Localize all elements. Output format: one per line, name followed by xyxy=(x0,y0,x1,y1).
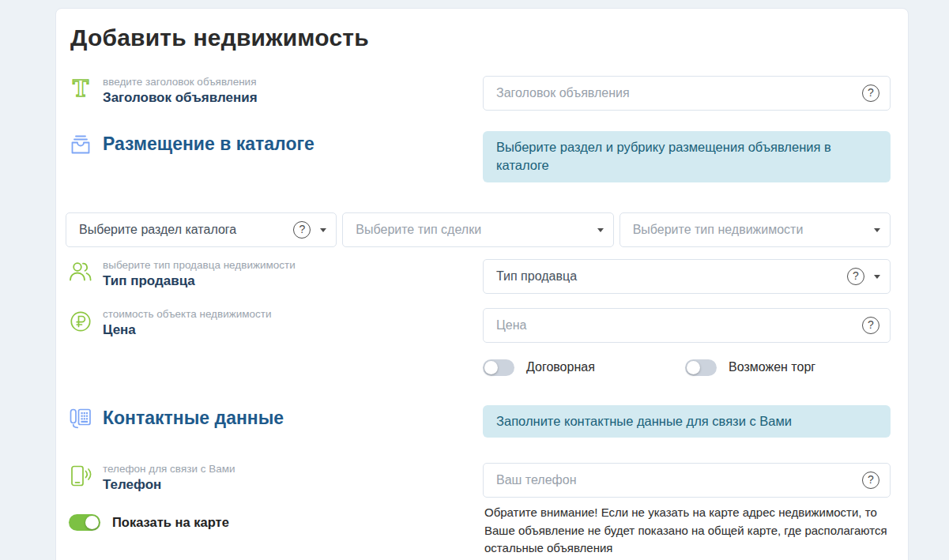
bargain-toggle-label: Возможен торг xyxy=(729,360,815,374)
title-field-labelblock: T введите заголовок объявления Заголовок… xyxy=(66,76,483,106)
deal-type-select[interactable]: Выберите тип сделки xyxy=(342,212,613,247)
catalog-section-row: Размещение в каталоге Выберите раздел и … xyxy=(66,131,891,182)
price-field-hint: стоимость объекта недвижимости xyxy=(103,308,272,320)
help-icon[interactable]: ? xyxy=(293,221,311,239)
help-icon[interactable]: ? xyxy=(862,85,879,102)
toggle-knob xyxy=(484,361,498,374)
toggle-knob xyxy=(687,361,700,374)
page-title: Добавить недвижимость xyxy=(70,24,891,51)
toggle-knob xyxy=(85,516,99,529)
desk-phone-icon xyxy=(67,405,94,431)
map-warning-note: Обратите внимание! Если не указать на ка… xyxy=(483,504,891,558)
chevron-down-icon xyxy=(874,275,880,279)
seller-type-select[interactable]: Тип продавца xyxy=(483,259,891,294)
price-field-label: Цена xyxy=(103,322,272,338)
phone-field-row: телефон для связи с Вами Телефон Показат… xyxy=(66,463,891,558)
help-icon[interactable]: ? xyxy=(847,268,864,285)
negotiable-toggle-label: Договорная xyxy=(526,360,595,374)
add-property-form: Добавить недвижимость T введите заголово… xyxy=(55,8,909,560)
seller-people-icon xyxy=(67,259,94,289)
smartphone-icon xyxy=(67,463,94,493)
title-field-hint: введите заголовок объявления xyxy=(103,76,258,88)
contacts-section-row: Контактные данные Заполните контактные д… xyxy=(66,405,891,438)
chevron-down-icon xyxy=(320,228,326,232)
phone-input[interactable] xyxy=(483,463,891,498)
title-field-row: T введите заголовок объявления Заголовок… xyxy=(66,76,891,111)
title-field-label: Заголовок объявления xyxy=(103,90,258,106)
show-on-map-label: Показать на карте xyxy=(112,515,229,530)
svg-text:T: T xyxy=(73,77,88,100)
title-input[interactable] xyxy=(483,76,891,111)
price-input[interactable] xyxy=(483,308,891,343)
help-icon[interactable]: ? xyxy=(862,472,879,489)
phone-field-hint: телефон для связи с Вами xyxy=(103,463,235,475)
contacts-section-title: Контактные данные xyxy=(103,408,284,429)
negotiable-toggle[interactable] xyxy=(483,359,514,376)
help-icon[interactable]: ? xyxy=(862,317,879,334)
chevron-down-icon xyxy=(874,228,880,232)
price-toggles-row: Договорная Возможен торг xyxy=(66,359,891,376)
show-on-map-toggle[interactable] xyxy=(69,514,100,531)
price-field-row: стоимость объекта недвижимости Цена ? xyxy=(66,308,891,343)
seller-field-row: выберите тип продавца недвижимости Тип п… xyxy=(66,259,891,294)
seller-field-hint: выберите тип продавца недвижимости xyxy=(103,259,296,271)
catalog-selects-row: Выберите раздел каталога ? Выберите тип … xyxy=(66,212,891,247)
text-title-icon: T xyxy=(67,76,94,106)
catalog-info-box: Выберите раздел и рубрику размещения объ… xyxy=(483,131,891,182)
catalog-box-icon xyxy=(67,131,94,157)
property-type-select[interactable]: Выберите тип недвижимости xyxy=(619,212,891,247)
contacts-info-box: Заполните контактные данные для связи с … xyxy=(483,405,891,438)
phone-field-label: Телефон xyxy=(103,477,235,493)
chevron-down-icon xyxy=(597,228,604,232)
catalog-section-title: Размещение в каталоге xyxy=(103,133,314,155)
seller-field-label: Тип продавца xyxy=(103,273,296,289)
ruble-icon xyxy=(67,308,94,338)
bargain-toggle[interactable] xyxy=(685,359,717,376)
